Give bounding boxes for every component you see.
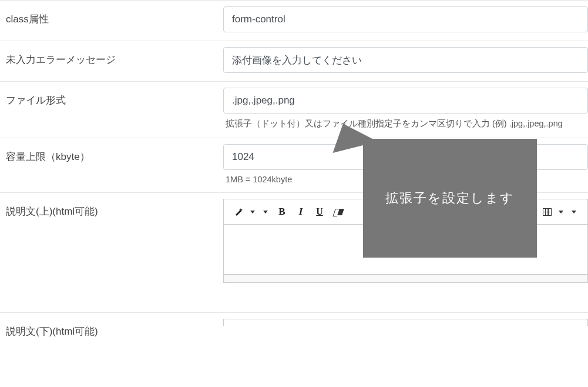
- eraser-icon: [333, 209, 344, 215]
- value-file-format: 拡張子（ドット付）又はファイル種別指定子をカンマ区切りで入力 (例) .jpg,…: [223, 82, 588, 138]
- magic-dropdown[interactable]: [245, 204, 258, 219]
- label-class-attr: class属性: [0, 1, 223, 38]
- input-file-format[interactable]: [223, 88, 588, 114]
- table-icon: [543, 208, 552, 216]
- label-empty-error: 未入力エラーメッセージ: [0, 41, 223, 78]
- table-button[interactable]: [540, 204, 553, 219]
- value-empty-error: [223, 41, 588, 81]
- more-dropdown[interactable]: [566, 204, 579, 219]
- label-desc-bottom: 説明文(下)(html可能): [0, 313, 223, 350]
- editor-toolbar-bottom: [223, 319, 588, 326]
- bold-button[interactable]: B: [275, 204, 288, 219]
- label-desc-top: 説明文(上)(html可能): [0, 193, 223, 230]
- underline-button[interactable]: U: [313, 204, 326, 219]
- table-dropdown[interactable]: [553, 204, 566, 219]
- italic-button[interactable]: I: [294, 204, 307, 219]
- magic-wand-icon[interactable]: [232, 204, 245, 219]
- row-file-format: ファイル形式 拡張子（ドット付）又はファイル種別指定子をカンマ区切りで入力 (例…: [0, 81, 588, 138]
- row-class-attr: class属性: [0, 0, 588, 41]
- input-class-attr[interactable]: [223, 6, 588, 32]
- row-desc-bottom: 説明文(下)(html可能): [0, 312, 588, 350]
- row-empty-error: 未入力エラーメッセージ: [0, 41, 588, 81]
- eraser-button[interactable]: [332, 204, 345, 219]
- tooltip-text: 拡張子を設定します: [385, 189, 515, 207]
- help-file-format: 拡張子（ドット付）又はファイル種別指定子をカンマ区切りで入力 (例) .jpg,…: [223, 118, 588, 129]
- style-dropdown[interactable]: [258, 204, 271, 219]
- label-file-format: ファイル形式: [0, 82, 223, 119]
- editor-status-top: [223, 275, 588, 283]
- label-size-limit: 容量上限（kbyte）: [0, 138, 223, 175]
- value-desc-bottom: [223, 313, 588, 334]
- value-class-attr: [223, 1, 588, 41]
- input-empty-error[interactable]: [223, 47, 588, 73]
- tooltip-callout: 拡張子を設定します: [363, 139, 537, 258]
